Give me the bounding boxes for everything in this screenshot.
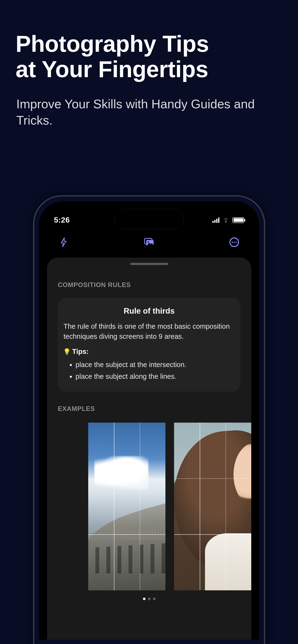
marketing-subheadline: Improve Your Skills with Handy Guides an… [0, 82, 298, 128]
status-time: 5:26 [54, 216, 70, 224]
headline-line2: at Your Fingertips [16, 56, 208, 82]
toolbar [39, 229, 259, 255]
svg-point-2 [148, 241, 149, 242]
wifi-icon [222, 218, 229, 223]
tips-label: 💡 Tips: [63, 348, 235, 356]
gallery-icon[interactable] [144, 237, 154, 248]
rule-card: Rule of thirds The rule of thirds is one… [58, 298, 240, 392]
battery-icon [232, 217, 244, 223]
page-dot[interactable] [143, 598, 146, 600]
page-dot[interactable] [153, 598, 156, 600]
phone-screen: 5:26 [39, 201, 259, 640]
flash-icon[interactable] [59, 237, 69, 248]
status-icons [212, 217, 244, 223]
example-image-2[interactable] [174, 422, 251, 590]
sheet-grabber[interactable] [130, 263, 168, 265]
more-icon[interactable] [229, 237, 239, 248]
section-label-composition: COMPOSITION RULES [47, 265, 251, 289]
lightbulb-icon: 💡 [63, 348, 71, 355]
tips-label-text: Tips: [72, 348, 89, 356]
example-image-1[interactable] [88, 422, 165, 590]
page-dot[interactable] [148, 598, 151, 600]
cellular-signal-icon [212, 218, 219, 223]
tips-list: place the subject at the intersection. p… [63, 359, 235, 382]
rule-card-body: The rule of thirds is one of the most ba… [63, 321, 235, 342]
section-label-examples: EXAMPLES [47, 392, 251, 412]
svg-point-4 [232, 242, 233, 243]
tip-item: place the subject at the intersection. [76, 359, 235, 371]
headline-line1: Photography Tips [16, 31, 209, 56]
marketing-headline: Photography Tips at Your Fingertips [0, 0, 298, 82]
tips-sheet[interactable]: COMPOSITION RULES Rule of thirds The rul… [47, 258, 251, 640]
page-indicator [47, 598, 251, 600]
tip-item: place the subject along the lines. [76, 371, 235, 382]
dynamic-island [114, 209, 184, 229]
phone-frame: 5:26 [33, 195, 265, 644]
rule-card-title: Rule of thirds [63, 306, 235, 316]
examples-carousel[interactable] [88, 412, 251, 590]
svg-point-6 [235, 242, 237, 243]
svg-point-5 [233, 242, 235, 243]
